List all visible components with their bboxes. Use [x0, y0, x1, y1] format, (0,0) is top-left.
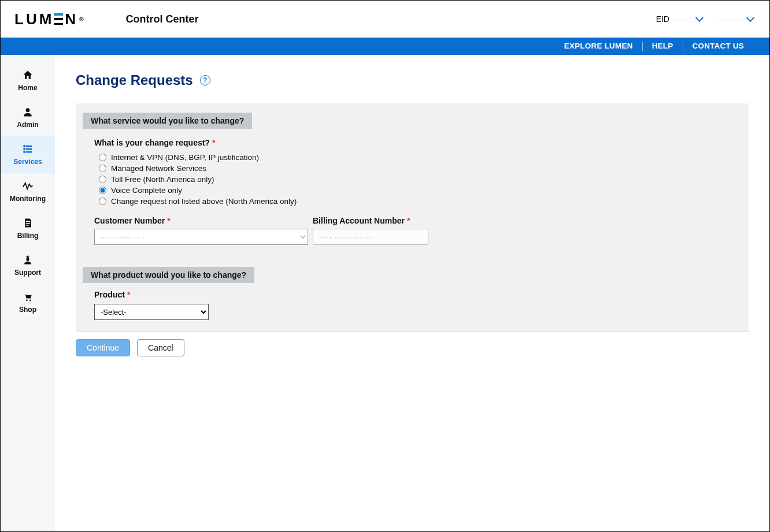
sidebar-label: Billing — [17, 232, 39, 240]
app-title: Control Center — [126, 13, 199, 25]
radio-toll-free[interactable] — [99, 176, 106, 183]
option-toll-free[interactable]: Toll Free (North America only) — [99, 175, 739, 184]
svg-rect-7 — [26, 221, 31, 222]
contact-us-link[interactable]: CONTACT US — [683, 41, 754, 51]
actions-row: Continue Cancel — [76, 339, 749, 356]
customer-number-label: Customer Number* — [94, 216, 308, 225]
svg-point-12 — [29, 300, 31, 302]
help-icon[interactable]: ? — [200, 75, 210, 85]
logo-e-letter — [54, 13, 63, 25]
option-internet-vpn[interactable]: Internet & VPN (DNS, BGP, IP justificati… — [99, 153, 739, 162]
customer-number-field: Customer Number* ······ ········ ··· · — [94, 216, 308, 245]
sidebar-item-admin[interactable]: Admin — [1, 99, 55, 136]
sidebar-item-services[interactable]: Services — [0, 136, 55, 173]
product-label: Product* — [94, 290, 739, 299]
sidebar-item-monitoring[interactable]: Monitoring — [1, 173, 55, 210]
svg-point-11 — [26, 300, 28, 302]
svg-point-0 — [26, 108, 30, 112]
radio-internet-vpn[interactable] — [99, 154, 106, 161]
svg-rect-2 — [27, 146, 32, 147]
sidebar-item-shop[interactable]: Shop — [1, 284, 55, 321]
user-value: ·········· — [719, 14, 744, 24]
monitoring-icon — [21, 180, 34, 192]
body: Home Admin Services Monitoring Billing — [1, 55, 769, 531]
chevron-down-icon — [695, 14, 704, 22]
product-select[interactable]: -Select- — [94, 304, 209, 320]
services-icon — [21, 143, 34, 155]
explore-lumen-link[interactable]: EXPLORE LUMEN — [555, 41, 642, 51]
option-voice-complete[interactable]: Voice Complete only — [99, 186, 739, 195]
section-heading-service: What service would you like to change? — [83, 113, 252, 129]
svg-point-5 — [24, 151, 25, 152]
change-request-options: Internet & VPN (DNS, BGP, IP justificati… — [99, 153, 739, 206]
option-label: Managed Network Services — [111, 164, 206, 173]
svg-point-1 — [24, 145, 25, 147]
eid-dropdown[interactable]: EID ········ — [656, 14, 702, 24]
option-label: Toll Free (North America only) — [111, 175, 214, 184]
sidebar-label: Support — [14, 269, 41, 277]
svg-rect-6 — [27, 151, 32, 152]
section-service: What service would you like to change? W… — [76, 103, 749, 245]
section-heading-product: What product would you like to change? — [83, 267, 254, 283]
option-managed-network[interactable]: Managed Network Services — [99, 164, 739, 173]
page-title-row: Change Requests ? — [76, 72, 749, 88]
change-request-label: What is your change request?* — [94, 138, 739, 147]
user-dropdown[interactable]: ·········· — [719, 14, 753, 24]
svg-rect-4 — [27, 148, 32, 150]
sidebar: Home Admin Services Monitoring Billing — [1, 55, 55, 531]
secondary-nav: EXPLORE LUMEN HELP CONTACT US — [1, 38, 769, 55]
svg-point-3 — [24, 148, 25, 150]
eid-value: ········ — [673, 14, 693, 24]
form-panel: What service would you like to change? W… — [76, 103, 749, 332]
svg-rect-9 — [26, 225, 29, 225]
sidebar-label: Monitoring — [10, 195, 46, 203]
continue-button[interactable]: Continue — [76, 339, 130, 356]
admin-icon — [21, 106, 34, 118]
section-body-service: What is your change request?* Internet &… — [76, 129, 749, 245]
billing-account-field: Billing Account Number* — [313, 216, 428, 245]
billing-account-label: Billing Account Number* — [313, 216, 428, 225]
customer-number-select[interactable]: ······ ········ ··· · — [94, 229, 308, 245]
sidebar-label: Shop — [19, 306, 36, 314]
shop-icon — [21, 291, 34, 303]
sidebar-item-support[interactable]: Support — [1, 247, 55, 284]
sidebar-label: Admin — [17, 121, 38, 129]
sidebar-item-billing[interactable]: Billing — [1, 210, 55, 247]
section-product: What product would you like to change? P… — [76, 258, 749, 320]
radio-managed-network[interactable] — [99, 165, 106, 172]
radio-voice-complete[interactable] — [99, 187, 106, 194]
chevron-down-icon — [746, 14, 754, 22]
option-label: Change request not listed above (North A… — [111, 197, 297, 206]
billing-icon — [21, 217, 34, 229]
option-label: Voice Complete only — [111, 186, 182, 195]
billing-account-input[interactable] — [313, 229, 428, 245]
help-link[interactable]: HELP — [643, 41, 683, 51]
home-icon — [21, 69, 34, 81]
lumen-logo[interactable]: LUM N® — [14, 10, 84, 28]
page-title: Change Requests — [76, 72, 193, 88]
sidebar-label: Home — [18, 84, 37, 92]
customer-billing-row: Customer Number* ······ ········ ··· · B… — [94, 216, 739, 245]
eid-label: EID — [656, 14, 669, 24]
support-icon — [21, 254, 34, 266]
sidebar-item-home[interactable]: Home — [1, 62, 55, 99]
main-content: Change Requests ? What service would you… — [55, 55, 769, 531]
top-header: LUM N® Control Center EID ········ ·····… — [1, 1, 769, 38]
option-label: Internet & VPN (DNS, BGP, IP justificati… — [111, 153, 259, 162]
top-header-right: EID ········ ·········· — [656, 14, 753, 24]
cancel-button[interactable]: Cancel — [137, 339, 184, 356]
sidebar-label: Services — [13, 158, 42, 166]
top-header-left: LUM N® Control Center — [14, 10, 199, 28]
option-not-listed[interactable]: Change request not listed above (North A… — [99, 197, 739, 206]
section-body-product: Product* -Select- — [76, 283, 749, 320]
svg-rect-8 — [26, 223, 31, 224]
radio-not-listed[interactable] — [99, 198, 106, 205]
